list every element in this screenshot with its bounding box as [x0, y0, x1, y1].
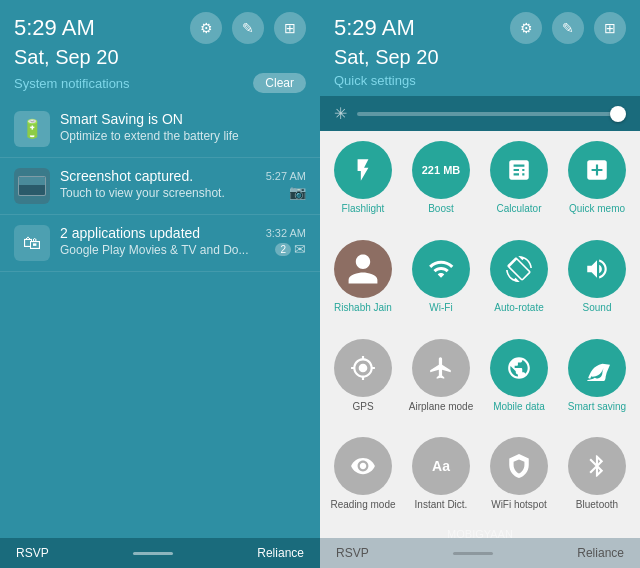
smart-saving-label: Smart saving — [568, 401, 626, 412]
autorotate-label: Auto-rotate — [494, 302, 543, 313]
quick-item-boost[interactable]: 221 MB Boost — [406, 141, 476, 232]
notif-icon-apps: 🛍 — [14, 225, 50, 261]
right-footer-divider — [453, 552, 493, 555]
notif-content-screenshot: Screenshot captured. 5:27 AM Touch to vi… — [60, 168, 306, 200]
brightness-bar: ✳ — [320, 96, 640, 131]
bluetooth-icon — [584, 453, 610, 479]
grid-button[interactable]: ⊞ — [274, 12, 306, 44]
quick-item-reading-mode[interactable]: Reading mode — [328, 437, 398, 528]
smart-saving-circle — [568, 339, 626, 397]
grid-icon: ⊞ — [284, 20, 296, 36]
flashlight-icon — [350, 157, 376, 183]
settings-icon: ⚙ — [200, 20, 213, 36]
right-date: Sat, Sep 20 — [334, 46, 626, 69]
flashlight-label: Flashlight — [342, 203, 385, 214]
bluetooth-circle — [568, 437, 626, 495]
sound-label: Sound — [583, 302, 612, 313]
brightness-icon: ✳ — [334, 104, 347, 123]
profile-label: Rishabh Jain — [334, 302, 392, 313]
gps-icon — [350, 355, 376, 381]
right-settings-icon: ⚙ — [520, 20, 533, 36]
quick-item-profile[interactable]: Rishabh Jain — [328, 240, 398, 331]
quick-settings-grid: Flashlight 221 MB Boost Calculator Quick — [320, 131, 640, 538]
right-grid-icon: ⊞ — [604, 20, 616, 36]
left-time-row: 5:29 AM ⚙ ✎ ⊞ — [14, 12, 306, 44]
left-footer: RSVP Reliance — [0, 538, 320, 568]
wifi-label: Wi-Fi — [429, 302, 452, 313]
boost-value: 221 MB — [422, 165, 461, 176]
reading-mode-icon — [350, 453, 376, 479]
quick-item-mobile-data[interactable]: Mobile data — [484, 339, 554, 430]
right-header: 5:29 AM ⚙ ✎ ⊞ Sat, Sep 20 Quick settings — [320, 0, 640, 96]
quick-item-sound[interactable]: Sound — [562, 240, 632, 331]
mobile-data-circle — [490, 339, 548, 397]
left-footer-rsvp[interactable]: RSVP — [16, 546, 49, 560]
right-panel: 5:29 AM ⚙ ✎ ⊞ Sat, Sep 20 Quick settings… — [320, 0, 640, 568]
mobile-data-icon — [506, 355, 532, 381]
edit-button[interactable]: ✎ — [232, 12, 264, 44]
right-header-icons: ⚙ ✎ ⊞ — [510, 12, 626, 44]
camera-icon: 📷 — [289, 184, 306, 200]
notif-time-apps: 3:32 AM — [266, 227, 306, 239]
settings-button[interactable]: ⚙ — [190, 12, 222, 44]
notif-content-smart-saving: Smart Saving is ON Optimize to extend th… — [60, 111, 306, 143]
right-edit-icon: ✎ — [562, 20, 574, 36]
quick-item-smart-saving[interactable]: Smart saving — [562, 339, 632, 430]
wifi-circle — [412, 240, 470, 298]
quick-item-gps[interactable]: GPS — [328, 339, 398, 430]
right-footer-reliance[interactable]: Reliance — [577, 546, 624, 560]
notif-title-smart-saving: Smart Saving is ON — [60, 111, 306, 127]
notification-apps-updated[interactable]: 🛍 2 applications updated 3:32 AM Google … — [0, 215, 320, 272]
quick-memo-label: Quick memo — [569, 203, 625, 214]
notification-screenshot[interactable]: Screenshot captured. 5:27 AM Touch to vi… — [0, 158, 320, 215]
notifications-list: 🔋 Smart Saving is ON Optimize to extend … — [0, 101, 320, 538]
notif-content-apps-updated: 2 applications updated 3:32 AM Google Pl… — [60, 225, 306, 257]
left-footer-reliance[interactable]: Reliance — [257, 546, 304, 560]
brightness-thumb[interactable] — [610, 106, 626, 122]
airplane-circle — [412, 339, 470, 397]
left-panel: 5:29 AM ⚙ ✎ ⊞ Sat, Sep 20 System notific… — [0, 0, 320, 568]
reading-mode-circle — [334, 437, 392, 495]
left-header: 5:29 AM ⚙ ✎ ⊞ Sat, Sep 20 System notific… — [0, 0, 320, 101]
instant-dict-label: Instant Dict. — [415, 499, 468, 510]
quick-item-autorotate[interactable]: Auto-rotate — [484, 240, 554, 331]
quick-item-wifi-hotspot[interactable]: WiFi hotspot — [484, 437, 554, 528]
quick-settings-label: Quick settings — [334, 73, 626, 88]
quick-item-quick-memo[interactable]: Quick memo — [562, 141, 632, 232]
clear-button[interactable]: Clear — [253, 73, 306, 93]
gps-label: GPS — [352, 401, 373, 412]
wifi-icon — [428, 256, 454, 282]
notif-title-screenshot: Screenshot captured. — [60, 168, 193, 184]
right-grid-button[interactable]: ⊞ — [594, 12, 626, 44]
quick-item-calculator[interactable]: Calculator — [484, 141, 554, 232]
right-edit-button[interactable]: ✎ — [552, 12, 584, 44]
right-time: 5:29 AM — [334, 15, 415, 41]
boost-label: Boost — [428, 203, 454, 214]
boost-circle: 221 MB — [412, 141, 470, 199]
left-time: 5:29 AM — [14, 15, 95, 41]
smart-saving-icon — [584, 355, 610, 381]
calculator-icon — [506, 157, 532, 183]
quick-item-bluetooth[interactable]: Bluetooth — [562, 437, 632, 528]
right-time-row: 5:29 AM ⚙ ✎ ⊞ — [334, 12, 626, 44]
quick-item-wifi[interactable]: Wi-Fi — [406, 240, 476, 331]
wifi-hotspot-label: WiFi hotspot — [491, 499, 547, 510]
sound-circle — [568, 240, 626, 298]
notification-smart-saving[interactable]: 🔋 Smart Saving is ON Optimize to extend … — [0, 101, 320, 158]
quick-item-flashlight[interactable]: Flashlight — [328, 141, 398, 232]
autorotate-icon — [506, 256, 532, 282]
notif-subtitle-apps: Google Play Movies & TV and Do... — [60, 243, 249, 257]
profile-avatar — [334, 240, 392, 298]
quick-item-airplane[interactable]: Airplane mode — [406, 339, 476, 430]
quick-item-instant-dict[interactable]: Aa Instant Dict. — [406, 437, 476, 528]
right-settings-button[interactable]: ⚙ — [510, 12, 542, 44]
avatar-icon — [345, 251, 381, 287]
notif-subtitle-smart-saving: Optimize to extend the battery life — [60, 129, 306, 143]
calculator-label: Calculator — [496, 203, 541, 214]
notif-icon-battery: 🔋 — [14, 111, 50, 147]
notif-title-row-screenshot: Screenshot captured. 5:27 AM — [60, 168, 306, 184]
brightness-track[interactable] — [357, 112, 626, 116]
notif-badge-apps: 2 — [275, 243, 291, 256]
right-footer-rsvp[interactable]: RSVP — [336, 546, 369, 560]
left-notifications-row: System notifications Clear — [14, 73, 306, 93]
